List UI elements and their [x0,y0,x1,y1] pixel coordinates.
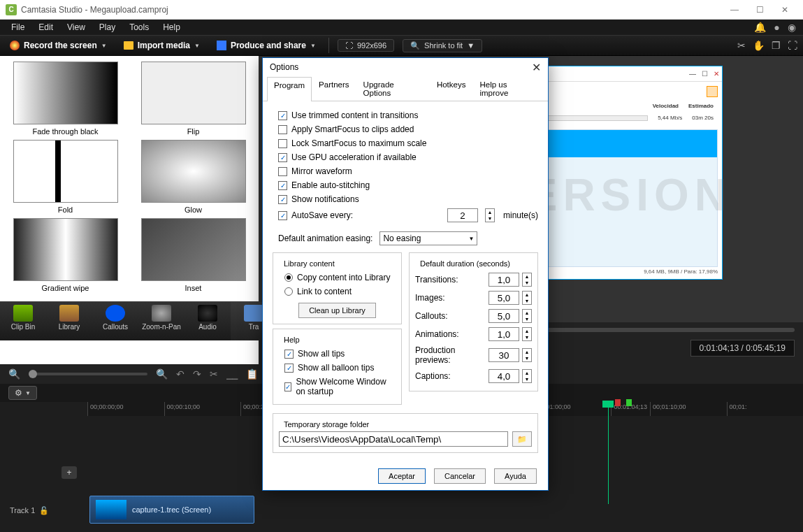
transition-item[interactable]: Flip [133,62,253,136]
marker-in[interactable] [615,399,621,406]
transition-item[interactable]: Fade through black [6,62,125,136]
tips-icon[interactable]: ● [774,22,779,33]
chk-gpu[interactable] [278,153,287,162]
dialog-title: Options [270,62,532,72]
duration-input-4[interactable] [489,348,519,362]
transition-item[interactable]: Inset [133,218,253,292]
help-icon[interactable]: ◉ [788,22,796,33]
radio-copy-library[interactable] [284,273,293,282]
autosave-stepper[interactable]: ▲▼ [485,208,495,222]
chk-welcome[interactable] [284,382,291,391]
dialog-tabs: Program Partners Upgrade Options Hotkeys… [263,76,548,101]
chk-autosave[interactable] [278,211,287,220]
redo-icon[interactable]: ↷ [193,368,201,380]
fullscreen-icon[interactable]: ⛶ [788,40,797,51]
duration-input-5[interactable] [489,369,519,383]
lock-icon[interactable]: 🔓 [39,506,49,515]
duration-stepper[interactable]: ▲▼ [522,291,532,305]
cancel-button[interactable]: Cancelar [434,468,486,484]
transition-item[interactable]: Gradient wipe [6,218,125,292]
tab-clipbin[interactable]: Clip Bin [0,302,46,340]
add-track-button[interactable]: + [62,466,77,479]
chk-mirror[interactable] [278,167,287,176]
timeline-settings-dropdown[interactable]: ⚙▼ [8,386,37,400]
duration-input-3[interactable] [489,327,519,341]
dialog-close-button[interactable]: ✕ [532,61,541,74]
duration-stepper[interactable]: ▲▼ [522,309,532,323]
duration-label: Callouts: [415,311,448,321]
record-screen-button[interactable]: Record the screen▼ [6,39,111,52]
window-title: Camtasia Studio - Megaupload.camproj [21,5,722,15]
canvas-dimensions[interactable]: ⛶ 992x696 [338,39,394,52]
minimize-button[interactable]: — [722,1,747,18]
pw-max-icon: ☐ [702,70,708,78]
radio-link-content[interactable] [284,287,293,296]
chk-show-tips[interactable] [284,350,294,359]
duration-label: Animations: [415,329,459,339]
close-button[interactable]: ✕ [772,1,797,18]
import-media-button[interactable]: Import media▼ [120,39,204,52]
duration-input-0[interactable] [489,273,519,287]
tab-callouts[interactable]: Callouts [92,302,138,340]
pan-icon[interactable]: ✋ [753,40,765,51]
temp-folder-input[interactable] [279,431,508,447]
zoom-out-icon[interactable]: 🔍 [8,368,20,380]
tab-upgrade[interactable]: Upgrade Options [356,76,430,101]
tab-audio[interactable]: Audio [185,302,231,340]
browse-folder-button[interactable]: 📁 [512,431,532,447]
chk-trimmed[interactable] [278,111,287,120]
menu-edit[interactable]: Edit [31,21,60,34]
chk-lock-smartfocus[interactable] [278,139,287,148]
tab-partners[interactable]: Partners [312,76,356,101]
menu-play[interactable]: Play [92,21,122,34]
crop-icon[interactable]: ✂ [737,40,746,51]
zoom-in-icon[interactable]: 🔍 [156,368,168,380]
timecode: 0:01:04;13 / 0:05:45;19 [690,340,795,357]
duration-input-1[interactable] [489,291,519,305]
menu-help[interactable]: Help [156,21,187,34]
chk-balloon-tips[interactable] [284,364,294,373]
transition-item[interactable]: Fold [6,140,125,214]
chk-autostitch[interactable] [278,181,287,190]
menu-view[interactable]: View [60,21,92,34]
chk-notifications[interactable] [278,195,287,204]
timeline-clip[interactable]: capture-1.trec (Screen) [89,496,254,524]
marker-out[interactable] [626,399,632,406]
menu-file[interactable]: File [4,21,31,34]
autosave-value[interactable] [447,208,478,222]
menubar: File Edit View Play Tools Help 🔔 ● ◉ [0,20,803,35]
gear-icon: ⚙ [15,388,22,398]
tab-library[interactable]: Library [46,302,92,340]
duration-stepper[interactable]: ▲▼ [522,327,532,341]
duration-stepper[interactable]: ▲▼ [522,369,532,383]
tab-program[interactable]: Program [267,77,312,101]
undo-icon[interactable]: ↶ [176,368,185,380]
split-icon[interactable]: ⎯⎯ [226,368,238,380]
chk-smartfocus[interactable] [278,125,287,134]
maximize-button[interactable]: ☐ [747,1,772,18]
easing-select[interactable]: No easing▼ [379,231,477,245]
ok-button[interactable]: Aceptar [378,468,426,484]
copy-icon[interactable]: 📋 [246,368,258,380]
options-dialog: Options ✕ Program Partners Upgrade Optio… [262,57,549,491]
duration-input-2[interactable] [489,309,519,323]
notification-icon[interactable]: 🔔 [754,22,766,33]
zoom-fit-dropdown[interactable]: 🔍 Shrink to fit▼ [403,39,482,52]
duration-label: Production previews: [415,345,486,365]
duration-stepper[interactable]: ▲▼ [522,273,532,287]
tab-zoom[interactable]: Zoom-n-Pan [138,302,185,340]
duration-stepper[interactable]: ▲▼ [522,348,532,362]
help-button[interactable]: Ayuda [494,468,537,484]
tab-hotkeys[interactable]: Hotkeys [430,76,473,101]
cut-icon[interactable]: ✂ [210,368,218,380]
menu-tools[interactable]: Tools [122,21,156,34]
produce-share-button[interactable]: Produce and share▼ [212,39,320,52]
cleanup-library-button[interactable]: Clean up Library [298,303,376,318]
duration-label: Captions: [415,371,451,381]
transition-item[interactable]: Glow [133,140,253,214]
detach-icon[interactable]: ❐ [772,40,781,51]
window-titlebar: C Camtasia Studio - Megaupload.camproj —… [0,0,803,20]
track-label[interactable]: Track 1 🔓 [0,506,84,515]
zoom-slider[interactable] [29,373,147,375]
tab-improve[interactable]: Help us improve [472,76,544,101]
